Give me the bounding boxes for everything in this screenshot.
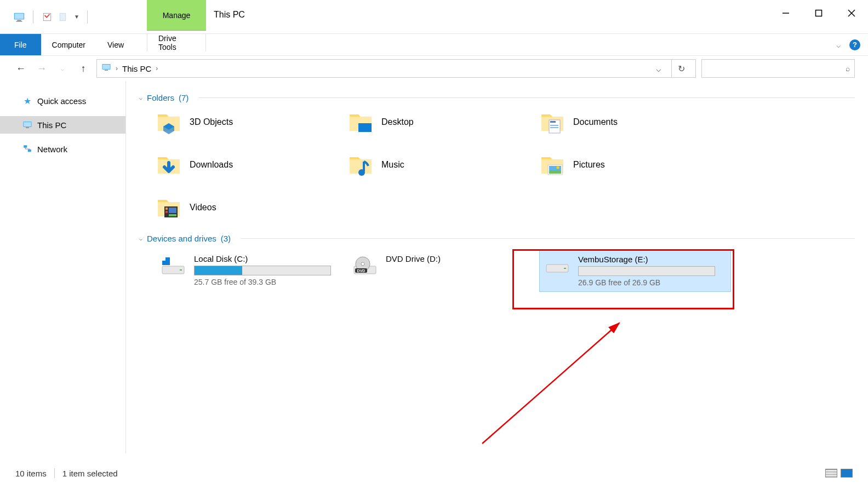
recent-dropdown-icon[interactable]: ⌵ bbox=[55, 61, 70, 76]
window-title: This PC bbox=[214, 10, 245, 20]
status-item-count: 10 items bbox=[15, 469, 47, 478]
expand-ribbon-icon[interactable]: ⌵ bbox=[836, 41, 841, 49]
title-bar: ▼ Manage This PC bbox=[0, 0, 868, 34]
drive-vembustorage-e[interactable]: VembuStorage (E:) 26.9 GB free of 26.9 G… bbox=[539, 250, 731, 292]
folders-section-header[interactable]: ⌵ Folders (7) bbox=[139, 93, 855, 102]
network-icon bbox=[22, 143, 33, 154]
sidebar-item-label: Network bbox=[37, 145, 67, 154]
drives-section-header[interactable]: ⌵ Devices and drives (3) bbox=[139, 234, 855, 243]
breadcrumb-this-pc[interactable]: This PC bbox=[122, 64, 151, 73]
svg-rect-20 bbox=[358, 123, 372, 132]
navigation-bar: ← → ⌵ ↑ › This PC › ⌵ ↻ ⌕ bbox=[0, 56, 868, 81]
svg-rect-38 bbox=[162, 257, 165, 261]
svg-point-41 bbox=[361, 262, 364, 266]
drive-info: Local Disk (C:) 25.7 GB free of 39.3 GB bbox=[194, 254, 343, 286]
svg-rect-15 bbox=[26, 128, 29, 129]
computer-tab[interactable]: Computer bbox=[41, 34, 96, 55]
svg-rect-17 bbox=[28, 150, 31, 152]
refresh-button[interactable]: ↻ bbox=[671, 59, 691, 78]
drive-dvd-d[interactable]: DVD DVD Drive (D:) bbox=[347, 250, 539, 292]
folder-pictures[interactable]: Pictures bbox=[539, 152, 731, 178]
status-selection: 1 item selected bbox=[62, 469, 118, 478]
large-icons-view-icon[interactable] bbox=[841, 469, 853, 478]
sidebar-quick-access[interactable]: ★ Quick access bbox=[0, 92, 125, 110]
manage-tab[interactable]: Manage bbox=[147, 0, 206, 31]
help-icon[interactable]: ? bbox=[849, 39, 860, 50]
folder-3d-objects[interactable]: 3D Objects bbox=[156, 109, 347, 135]
drive-info: VembuStorage (E:) 26.9 GB free of 26.9 G… bbox=[578, 255, 726, 287]
drive-usage-bar bbox=[194, 266, 331, 275]
forward-button[interactable]: → bbox=[34, 61, 49, 76]
chevron-right-icon[interactable]: › bbox=[116, 65, 118, 72]
folder-icon bbox=[156, 194, 182, 221]
search-box[interactable]: ⌕ bbox=[701, 59, 855, 78]
minimize-button[interactable] bbox=[769, 0, 802, 26]
svg-rect-28 bbox=[549, 170, 561, 174]
divider bbox=[33, 10, 33, 24]
divider bbox=[241, 238, 855, 239]
svg-rect-7 bbox=[816, 10, 822, 16]
search-icon: ⌕ bbox=[846, 64, 850, 73]
drive-tools-tab[interactable]: Drive Tools bbox=[147, 34, 206, 51]
view-tab-label: View bbox=[107, 41, 124, 49]
folder-label: Documents bbox=[573, 117, 618, 127]
drive-free-text: 25.7 GB free of 39.3 GB bbox=[194, 278, 343, 286]
svg-text:DVD: DVD bbox=[357, 269, 366, 273]
drive-tools-tab-label: Drive Tools bbox=[158, 34, 195, 51]
folder-desktop[interactable]: Desktop bbox=[347, 109, 539, 135]
svg-point-25 bbox=[358, 169, 365, 176]
section-label: Devices and drives bbox=[147, 234, 216, 243]
ribbon-tabs: File Computer View Drive Tools ⌵ ? bbox=[0, 34, 868, 56]
drive-free-text: 26.9 GB free of 26.9 GB bbox=[578, 278, 726, 287]
folder-downloads[interactable]: Downloads bbox=[156, 152, 347, 178]
drive-local-c[interactable]: Local Disk (C:) 25.7 GB free of 39.3 GB bbox=[156, 250, 347, 292]
sidebar-item-label: Quick access bbox=[37, 96, 86, 106]
chevron-right-icon[interactable]: › bbox=[156, 65, 158, 72]
folder-label: 3D Objects bbox=[190, 117, 233, 127]
pc-icon bbox=[13, 11, 25, 23]
divider bbox=[198, 97, 855, 98]
window-controls bbox=[769, 0, 868, 26]
details-view-icon[interactable] bbox=[825, 469, 837, 478]
folder-label: Downloads bbox=[190, 160, 233, 170]
folder-label: Music bbox=[381, 160, 404, 170]
qa-dropdown-icon[interactable]: ▼ bbox=[74, 14, 79, 20]
drives-grid: Local Disk (C:) 25.7 GB free of 39.3 GB … bbox=[139, 250, 855, 292]
section-count: (7) bbox=[179, 93, 189, 102]
folder-icon bbox=[347, 109, 374, 135]
drive-usage-bar bbox=[578, 266, 715, 276]
navigation-pane: ★ Quick access This PC Network bbox=[0, 81, 126, 453]
content-pane: ⌵ Folders (7) 3D Objects Desktop Documen… bbox=[126, 81, 868, 453]
folder-label: Pictures bbox=[573, 160, 605, 170]
chevron-down-icon: ⌵ bbox=[139, 235, 142, 242]
file-tab[interactable]: File bbox=[0, 34, 41, 55]
close-button[interactable] bbox=[835, 0, 868, 26]
folder-label: Videos bbox=[190, 203, 216, 212]
folder-videos[interactable]: Videos bbox=[156, 194, 347, 221]
sidebar-network[interactable]: Network bbox=[0, 140, 125, 158]
back-button[interactable]: ← bbox=[13, 61, 28, 76]
address-dropdown-icon[interactable]: ⌵ bbox=[650, 64, 667, 74]
folder-music[interactable]: Music bbox=[347, 152, 539, 178]
folder-documents[interactable]: Documents bbox=[539, 109, 731, 135]
svg-rect-16 bbox=[24, 145, 27, 148]
svg-rect-1 bbox=[15, 13, 24, 19]
folder-icon bbox=[539, 152, 566, 178]
divider bbox=[54, 468, 55, 478]
properties-icon[interactable] bbox=[41, 11, 53, 23]
chevron-down-icon: ⌵ bbox=[139, 95, 142, 101]
new-folder-icon[interactable] bbox=[58, 11, 70, 23]
sidebar-this-pc[interactable]: This PC bbox=[0, 116, 125, 134]
folder-label: Desktop bbox=[381, 117, 414, 127]
svg-rect-34 bbox=[169, 214, 176, 216]
hdd-icon bbox=[544, 257, 570, 278]
status-bar: 10 items 1 item selected bbox=[0, 463, 868, 483]
file-tab-label: File bbox=[14, 41, 27, 49]
address-bar[interactable]: › This PC › ⌵ ↻ bbox=[96, 59, 696, 78]
view-tab[interactable]: View bbox=[96, 34, 135, 55]
svg-rect-11 bbox=[102, 65, 110, 69]
up-button[interactable]: ↑ bbox=[76, 61, 91, 76]
maximize-button[interactable] bbox=[802, 0, 835, 26]
quick-access-toolbar: ▼ bbox=[0, 10, 91, 24]
folder-icon bbox=[156, 152, 182, 178]
